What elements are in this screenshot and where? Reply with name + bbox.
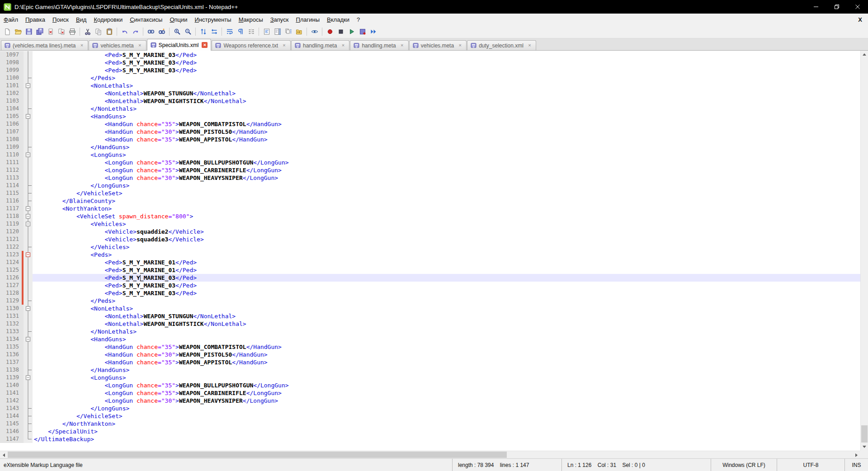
line-number[interactable]: 1146 xyxy=(0,428,22,435)
code-text[interactable]: <NonLethals> xyxy=(33,82,860,89)
document-list-button[interactable] xyxy=(283,27,293,37)
tab-handling.meta[interactable]: handling.meta× xyxy=(350,40,408,50)
scroll-left-arrow[interactable] xyxy=(0,451,8,459)
code-text[interactable]: <NonLethal>WEAPON_NIGHTSTICK</NonLethal> xyxy=(33,320,860,328)
code-text[interactable]: <HandGun chance="35">WEAPON_APPISTOL</Ha… xyxy=(33,136,860,143)
line-number[interactable]: 1138 xyxy=(0,366,22,374)
code-text[interactable]: <Ped>S_M_Y_MARINE_03</Ped> xyxy=(33,66,860,74)
line-number[interactable]: 1107 xyxy=(0,128,22,136)
menu-item-4[interactable]: Кодировки xyxy=(90,14,126,25)
code-text[interactable]: <NorthYankton> xyxy=(33,205,860,212)
line-number[interactable]: 1103 xyxy=(0,97,22,105)
word-wrap-button[interactable] xyxy=(224,27,235,37)
fold-collapse-box[interactable] xyxy=(24,305,33,312)
tab-handling.meta[interactable]: handling.meta× xyxy=(291,40,349,50)
code-text[interactable]: <LongGun chance="30">WEAPON_HEAVYSNIPER<… xyxy=(33,397,860,405)
code-text[interactable]: <HandGun chance="35">WEAPON_COMBATPISTOL… xyxy=(33,343,860,351)
line-number[interactable]: 1140 xyxy=(0,382,22,389)
code-text[interactable]: </NonLethals> xyxy=(33,328,860,335)
code-text[interactable]: <HandGun chance="30">WEAPON_PISTOL50</Ha… xyxy=(33,351,860,358)
line-number[interactable]: 1145 xyxy=(0,420,22,428)
line-number[interactable]: 1099 xyxy=(0,66,22,74)
fold-collapse-box[interactable] xyxy=(24,205,33,212)
tab-close-button[interactable]: × xyxy=(137,42,143,48)
close-button[interactable] xyxy=(847,0,868,14)
line-number[interactable]: 1134 xyxy=(0,335,22,343)
tab-close-button[interactable]: × xyxy=(202,42,208,48)
find-button[interactable] xyxy=(146,27,156,37)
fold-collapse-box[interactable] xyxy=(24,251,33,259)
code-text[interactable]: <Peds> xyxy=(33,251,860,259)
menu-item-6[interactable]: Опции xyxy=(166,14,191,25)
line-number[interactable]: 1119 xyxy=(0,220,22,228)
stop-macro-button[interactable] xyxy=(335,27,346,37)
line-number[interactable]: 1100 xyxy=(0,74,22,82)
tab-close-button[interactable]: × xyxy=(340,42,346,48)
fold-collapse-box[interactable] xyxy=(24,335,33,343)
menu-item-7[interactable]: Инструменты xyxy=(191,14,235,25)
code-text[interactable]: </HandGuns> xyxy=(33,366,860,374)
tab-close-button[interactable]: × xyxy=(399,42,405,48)
code-text[interactable]: <NonLethal>WEAPON_STUNGUN</NonLethal> xyxy=(33,89,860,97)
line-number[interactable]: 1112 xyxy=(0,166,22,174)
code-text[interactable]: </HandGuns> xyxy=(33,143,860,151)
scroll-down-arrow[interactable] xyxy=(861,443,868,451)
tab-vehicles.meta[interactable]: vehicles.meta× xyxy=(409,40,467,50)
code-text[interactable]: </BlaineCounty> xyxy=(33,197,860,205)
code-text[interactable]: <Vehicles> xyxy=(33,220,860,228)
line-number[interactable]: 1118 xyxy=(0,212,22,220)
line-number[interactable]: 1114 xyxy=(0,182,22,189)
menu-item-10[interactable]: Плагины xyxy=(292,14,323,25)
line-number[interactable]: 1117 xyxy=(0,205,22,212)
line-number[interactable]: 1101 xyxy=(0,82,22,89)
close-all-button[interactable] xyxy=(56,27,66,37)
menu-item-2[interactable]: Поиск xyxy=(49,14,72,25)
record-macro-button[interactable] xyxy=(325,27,335,37)
scroll-up-arrow[interactable] xyxy=(861,51,868,58)
line-number[interactable]: 1147 xyxy=(0,435,22,443)
play-macro-button[interactable] xyxy=(346,27,357,37)
tab-close-button[interactable]: × xyxy=(527,42,533,48)
line-number[interactable]: 1124 xyxy=(0,259,22,266)
menu-item-5[interactable]: Синтаксисы xyxy=(126,14,166,25)
open-file-button[interactable] xyxy=(13,27,23,37)
new-file-button[interactable] xyxy=(2,27,12,37)
fold-collapse-box[interactable] xyxy=(24,212,33,220)
line-number[interactable]: 1115 xyxy=(0,189,22,197)
fold-collapse-box[interactable] xyxy=(24,220,33,228)
replace-button[interactable] xyxy=(156,27,167,37)
restore-button[interactable] xyxy=(826,0,847,14)
save-all-button[interactable] xyxy=(34,27,45,37)
line-number[interactable]: 1128 xyxy=(0,289,22,297)
menubar-close-button[interactable]: X xyxy=(852,14,868,25)
code-text[interactable]: </Vehicles> xyxy=(33,243,860,251)
line-number[interactable]: 1116 xyxy=(0,197,22,205)
menu-item-3[interactable]: Вид xyxy=(72,14,90,25)
tab--vehicles.meta-lines-.meta[interactable]: (vehicles.meta lines).meta× xyxy=(1,40,88,50)
line-number[interactable]: 1141 xyxy=(0,389,22,397)
monitoring-button[interactable] xyxy=(309,27,320,37)
line-number[interactable]: 1111 xyxy=(0,159,22,166)
code-text[interactable]: <Ped>S_M_Y_MARINE_01</Ped> xyxy=(33,266,860,274)
line-number[interactable]: 1127 xyxy=(0,282,22,289)
document-map-button[interactable] xyxy=(272,27,283,37)
code-text[interactable]: <HandGun chance="30">WEAPON_PISTOL50</Ha… xyxy=(33,128,860,136)
menu-item-8[interactable]: Макросы xyxy=(235,14,267,25)
close-file-button[interactable] xyxy=(45,27,56,37)
menu-item-9[interactable]: Запуск xyxy=(267,14,292,25)
line-number[interactable]: 1130 xyxy=(0,305,22,312)
code-text[interactable]: <Ped>S_M_Y_MARINE_03</Ped> xyxy=(33,274,860,282)
menu-item-11[interactable]: Вкладки xyxy=(323,14,353,25)
minimize-button[interactable] xyxy=(806,0,826,14)
cut-button[interactable] xyxy=(82,27,93,37)
code-text[interactable]: </Peds> xyxy=(33,297,860,305)
code-text[interactable]: </VehicleSet> xyxy=(33,189,860,197)
tab-close-button[interactable]: × xyxy=(79,42,85,48)
code-text[interactable]: <LongGun chance="35">WEAPON_BULLPUPSHOTG… xyxy=(33,382,860,389)
function-list-button[interactable] xyxy=(261,27,272,37)
line-number[interactable]: 1137 xyxy=(0,358,22,366)
fold-collapse-box[interactable] xyxy=(24,82,33,89)
code-text[interactable]: </Peds> xyxy=(33,74,860,82)
code-text[interactable]: </LongGuns> xyxy=(33,405,860,412)
line-number[interactable]: 1135 xyxy=(0,343,22,351)
